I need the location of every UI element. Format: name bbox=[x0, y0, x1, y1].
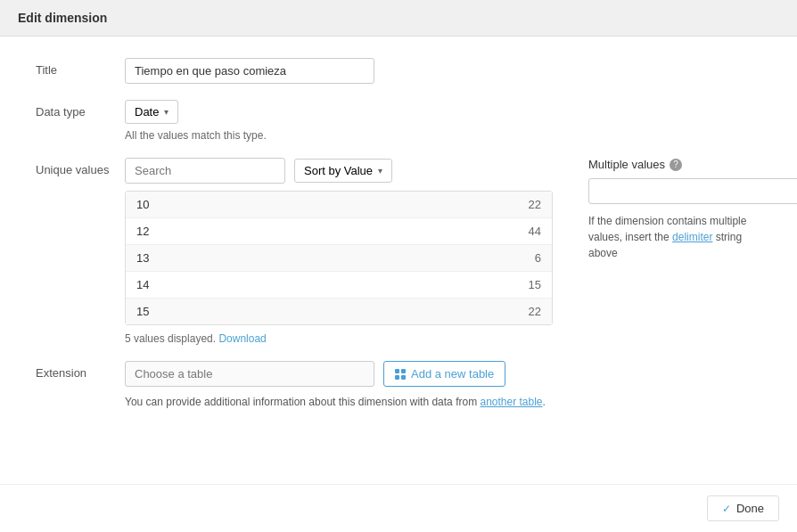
unique-values-label: Unique values bbox=[36, 158, 125, 176]
title-label: Title bbox=[36, 58, 125, 77]
sort-chevron-icon: ▾ bbox=[378, 166, 382, 176]
title-row: Title bbox=[36, 58, 761, 84]
done-button[interactable]: ✓ Done bbox=[707, 495, 779, 521]
help-icon[interactable]: ? bbox=[670, 159, 682, 171]
extension-description: You can provide additional information a… bbox=[125, 394, 553, 410]
data-type-select[interactable]: Date ▾ bbox=[125, 100, 178, 124]
multiple-values-heading: Multiple values ? bbox=[588, 158, 767, 171]
count-cell: 6 bbox=[535, 251, 541, 265]
another-table-link[interactable]: another table bbox=[480, 396, 542, 408]
table-row: 13 6 bbox=[126, 245, 552, 272]
page-wrapper: Edit dimension Title Data type Date ▾ Al… bbox=[0, 0, 797, 532]
search-input[interactable] bbox=[125, 158, 285, 184]
choose-table-input[interactable] bbox=[125, 361, 374, 387]
count-cell: 15 bbox=[529, 278, 541, 291]
download-link[interactable]: Download bbox=[218, 332, 266, 345]
delimiter-input[interactable] bbox=[588, 178, 797, 204]
count-cell: 22 bbox=[529, 305, 541, 318]
title-field bbox=[125, 58, 761, 84]
multiple-values-title: Multiple values bbox=[588, 158, 665, 171]
count-cell: 22 bbox=[529, 198, 541, 211]
multiple-values-description: If the dimension contains multiple value… bbox=[588, 213, 767, 261]
values-count-text: 5 values displayed. bbox=[125, 332, 216, 345]
value-cell: 13 bbox=[136, 251, 149, 265]
match-text: All the values match this type. bbox=[125, 129, 761, 142]
chevron-down-icon: ▾ bbox=[164, 107, 168, 117]
check-icon: ✓ bbox=[722, 503, 731, 515]
extension-controls: Add a new table bbox=[125, 361, 761, 387]
title-input[interactable] bbox=[125, 58, 374, 84]
multiple-values-panel: Multiple values ? If the dimension conta… bbox=[588, 158, 767, 261]
page-header: Edit dimension bbox=[0, 0, 797, 37]
count-cell: 44 bbox=[529, 225, 541, 238]
extension-field: Add a new table You can provide addition… bbox=[125, 361, 761, 410]
page-footer: ✓ Done bbox=[0, 484, 797, 532]
add-table-button[interactable]: Add a new table bbox=[383, 361, 505, 387]
table-row: 15 22 bbox=[126, 299, 552, 324]
content-area: Title Data type Date ▾ All the values ma… bbox=[0, 37, 797, 484]
search-wrapper bbox=[125, 158, 285, 184]
delimiter-link[interactable]: delimiter bbox=[672, 231, 712, 243]
value-cell: 15 bbox=[136, 305, 149, 318]
sort-by-label: Sort by Value bbox=[304, 164, 373, 177]
unique-values-section: Sort by Value ▾ 10 22 12 44 bbox=[125, 158, 553, 345]
data-type-row: Data type Date ▾ All the values match th… bbox=[36, 100, 761, 142]
table-row: 10 22 bbox=[126, 192, 552, 218]
values-footer: 5 values displayed. Download bbox=[125, 332, 553, 345]
unique-values-row: Unique values Sort by Value ▾ bbox=[36, 158, 761, 345]
table-row: 14 15 bbox=[126, 272, 552, 299]
data-type-label: Data type bbox=[36, 100, 125, 119]
values-table: 10 22 12 44 13 6 bbox=[125, 191, 553, 325]
value-cell: 10 bbox=[136, 198, 149, 211]
table-row: 12 44 bbox=[126, 218, 552, 245]
data-type-value: Date bbox=[135, 105, 159, 119]
sort-by-button[interactable]: Sort by Value ▾ bbox=[294, 159, 392, 183]
grid-icon bbox=[395, 369, 406, 380]
add-table-label: Add a new table bbox=[411, 367, 494, 381]
value-cell: 12 bbox=[136, 225, 149, 238]
unique-values-controls: Sort by Value ▾ bbox=[125, 158, 553, 184]
extension-label: Extension bbox=[36, 361, 125, 380]
data-type-field: Date ▾ All the values match this type. bbox=[125, 100, 761, 142]
done-label: Done bbox=[736, 502, 764, 515]
extension-row: Extension Add a new table You can provid… bbox=[36, 361, 761, 410]
unique-values-field: Sort by Value ▾ 10 22 12 44 bbox=[125, 158, 767, 345]
page-title: Edit dimension bbox=[18, 11, 779, 25]
value-cell: 14 bbox=[136, 278, 149, 291]
